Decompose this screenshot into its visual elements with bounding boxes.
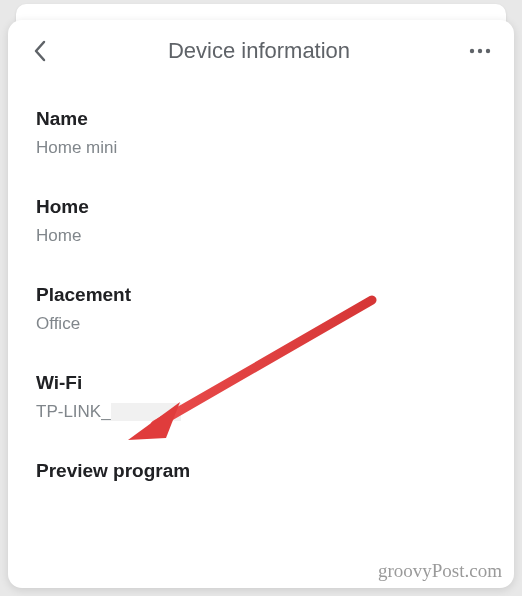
placement-value: Office bbox=[36, 314, 486, 334]
device-info-card: Device information Name Home mini Home H… bbox=[8, 20, 514, 588]
more-horizontal-icon bbox=[469, 48, 491, 54]
content-area: Name Home mini Home Home Placement Offic… bbox=[8, 78, 514, 518]
page-title: Device information bbox=[52, 38, 466, 64]
svg-point-1 bbox=[478, 49, 482, 53]
name-value: Home mini bbox=[36, 138, 486, 158]
wifi-prefix: TP-LINK_ bbox=[36, 402, 111, 421]
wifi-value: TP-LINK_ bbox=[36, 402, 486, 422]
chevron-left-icon bbox=[33, 40, 47, 62]
section-home[interactable]: Home Home bbox=[36, 176, 486, 264]
section-preview-program[interactable]: Preview program bbox=[36, 440, 486, 508]
svg-point-0 bbox=[470, 49, 474, 53]
back-button[interactable] bbox=[28, 39, 52, 63]
preview-label: Preview program bbox=[36, 460, 486, 482]
svg-point-2 bbox=[486, 49, 490, 53]
home-label: Home bbox=[36, 196, 486, 218]
name-label: Name bbox=[36, 108, 486, 130]
wifi-redacted-area bbox=[111, 403, 181, 421]
placement-label: Placement bbox=[36, 284, 486, 306]
more-options-button[interactable] bbox=[466, 39, 494, 63]
home-value: Home bbox=[36, 226, 486, 246]
section-name[interactable]: Name Home mini bbox=[36, 88, 486, 176]
section-placement[interactable]: Placement Office bbox=[36, 264, 486, 352]
header-bar: Device information bbox=[8, 20, 514, 78]
wifi-label: Wi-Fi bbox=[36, 372, 486, 394]
section-wifi[interactable]: Wi-Fi TP-LINK_ bbox=[36, 352, 486, 440]
